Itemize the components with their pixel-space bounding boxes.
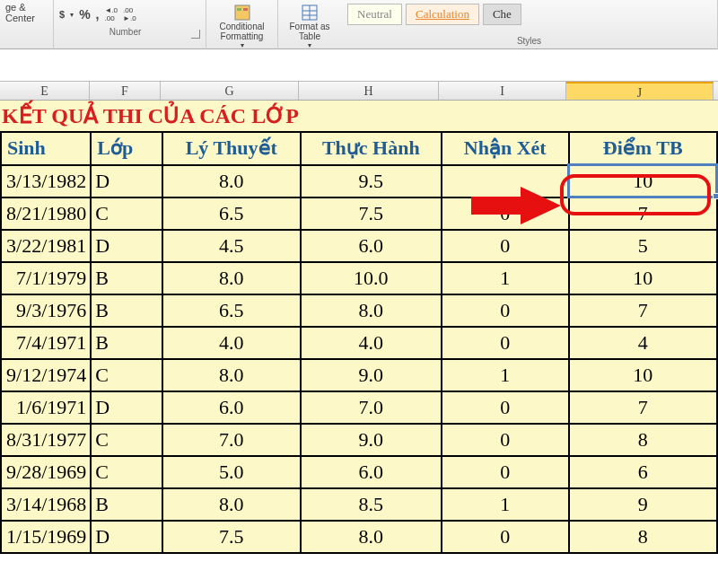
column-header-J[interactable]: J (566, 82, 714, 100)
cell[interactable]: D (91, 391, 162, 424)
increase-decimal-button[interactable]: ◄.0.00 (104, 6, 118, 22)
cell[interactable]: 8.0 (301, 521, 441, 553)
cell[interactable] (442, 165, 569, 197)
cell[interactable]: 4.5 (162, 230, 301, 262)
cell[interactable]: D (91, 165, 162, 197)
cell[interactable]: C (91, 359, 162, 391)
cell[interactable]: B (91, 294, 162, 327)
cell[interactable]: 9.5 (301, 165, 441, 197)
header-cell[interactable]: Lớp (91, 133, 162, 165)
decrease-decimal-button[interactable]: .00►.0 (123, 6, 136, 22)
cell[interactable]: B (91, 488, 162, 521)
number-dialog-launcher[interactable] (191, 30, 200, 39)
cell[interactable]: 8 (569, 521, 717, 553)
cell[interactable]: B (91, 327, 162, 359)
cell[interactable]: 4.0 (162, 327, 301, 359)
cell[interactable]: 0 (442, 391, 569, 424)
cell[interactable]: 3/22/1981 (1, 230, 91, 262)
conditional-formatting-button[interactable]: Conditional Formatting▾ (212, 2, 272, 51)
merge-center-fragment[interactable]: ge & Center (5, 2, 48, 23)
cell[interactable]: 1 (442, 262, 569, 294)
cell[interactable]: D (91, 230, 162, 262)
column-header-H[interactable]: H (299, 82, 439, 100)
cell[interactable]: 7.0 (301, 391, 441, 424)
currency-dropdown[interactable]: $ (59, 9, 65, 20)
header-cell[interactable]: Điểm TB (569, 133, 717, 165)
cell[interactable]: 0 (442, 456, 569, 488)
cell[interactable]: 6.5 (162, 294, 301, 327)
cell[interactable]: 9.0 (301, 424, 441, 456)
cell[interactable]: 8.0 (162, 262, 301, 294)
cell[interactable]: 7.5 (301, 197, 441, 230)
cell[interactable]: 6 (569, 456, 717, 488)
cell[interactable]: 3/13/1982 (1, 165, 91, 197)
table-row: 7/4/1971B4.04.004 (1, 327, 717, 359)
cell[interactable]: 8.0 (162, 488, 301, 521)
column-header-I[interactable]: I (439, 82, 566, 100)
cell-style-calculation[interactable]: Calculation (406, 4, 479, 25)
cell[interactable]: 6.0 (162, 391, 301, 424)
cell[interactable]: 9.0 (301, 359, 441, 391)
cell[interactable]: 0 (442, 424, 569, 456)
cell[interactable]: 3/14/1968 (1, 488, 91, 521)
cell[interactable]: 10 (569, 262, 717, 294)
cell[interactable]: B (91, 262, 162, 294)
cell[interactable]: 1 (442, 359, 569, 391)
cell[interactable]: 0 (442, 521, 569, 553)
percent-button[interactable]: % (79, 7, 90, 22)
header-cell[interactable]: Thực Hành (301, 133, 441, 165)
cell[interactable]: 9/28/1969 (1, 456, 91, 488)
format-as-table-button[interactable]: Format as Table▾ (284, 2, 336, 51)
column-header-G[interactable]: G (161, 82, 299, 100)
cell[interactable]: 8.0 (162, 359, 301, 391)
cell[interactable]: 7/4/1971 (1, 327, 91, 359)
cell[interactable]: 7.5 (162, 521, 301, 553)
cell-style-check[interactable]: Che (483, 4, 521, 25)
cell-style-neutral[interactable]: Neutral (347, 4, 402, 25)
cell[interactable]: 4.0 (301, 327, 441, 359)
cell[interactable]: 9/3/1976 (1, 294, 91, 327)
cell[interactable]: 1/6/1971 (1, 391, 91, 424)
cell[interactable]: 0 (442, 327, 569, 359)
cell[interactable]: 7 (569, 294, 717, 327)
cell[interactable]: 5.0 (162, 456, 301, 488)
cell[interactable]: C (91, 456, 162, 488)
column-header-E[interactable]: E (0, 82, 90, 100)
cell[interactable]: 10 (569, 359, 717, 391)
table-title[interactable]: KẾT QUẢ THI CỦA CÁC LỚP (0, 101, 718, 133)
cell[interactable]: 7 (569, 197, 717, 230)
cell[interactable]: 0 (442, 294, 569, 327)
cell[interactable]: 8.0 (162, 165, 301, 197)
cell[interactable]: 6.0 (301, 230, 441, 262)
cell[interactable]: 1 (442, 488, 569, 521)
cell[interactable]: 8/31/1977 (1, 424, 91, 456)
cell[interactable]: 0 (442, 197, 569, 230)
cell[interactable]: 0 (442, 230, 569, 262)
cell[interactable]: 8.5 (301, 488, 441, 521)
fill-handle[interactable] (713, 193, 718, 199)
cell[interactable]: 7/1/1979 (1, 262, 91, 294)
cell[interactable]: 10 (569, 165, 717, 197)
cell[interactable]: 9 (569, 488, 717, 521)
header-cell[interactable]: Lý Thuyết (162, 133, 301, 165)
cell[interactable]: 6.0 (301, 456, 441, 488)
cell[interactable]: 8 (569, 424, 717, 456)
cell[interactable]: 1/15/1969 (1, 521, 91, 553)
cell[interactable]: 6.5 (162, 197, 301, 230)
cell[interactable]: C (91, 424, 162, 456)
cell[interactable]: 8/21/1980 (1, 197, 91, 230)
cell[interactable]: D (91, 521, 162, 553)
column-header-F[interactable]: F (90, 82, 161, 100)
cell[interactable]: 5 (569, 230, 717, 262)
cell[interactable]: 4 (569, 327, 717, 359)
header-cell[interactable]: Sinh (1, 133, 91, 165)
cell[interactable]: 7.0 (162, 424, 301, 456)
cell[interactable]: 8.0 (301, 294, 441, 327)
cell[interactable]: 10.0 (301, 262, 441, 294)
header-cell[interactable]: Nhận Xét (442, 133, 569, 165)
cell[interactable]: C (91, 197, 162, 230)
comma-style-button[interactable]: , (96, 7, 100, 22)
table-row: 3/22/1981D4.56.005 (1, 230, 717, 262)
cell[interactable]: 9/12/1974 (1, 359, 91, 391)
cell[interactable]: 7 (569, 391, 717, 424)
